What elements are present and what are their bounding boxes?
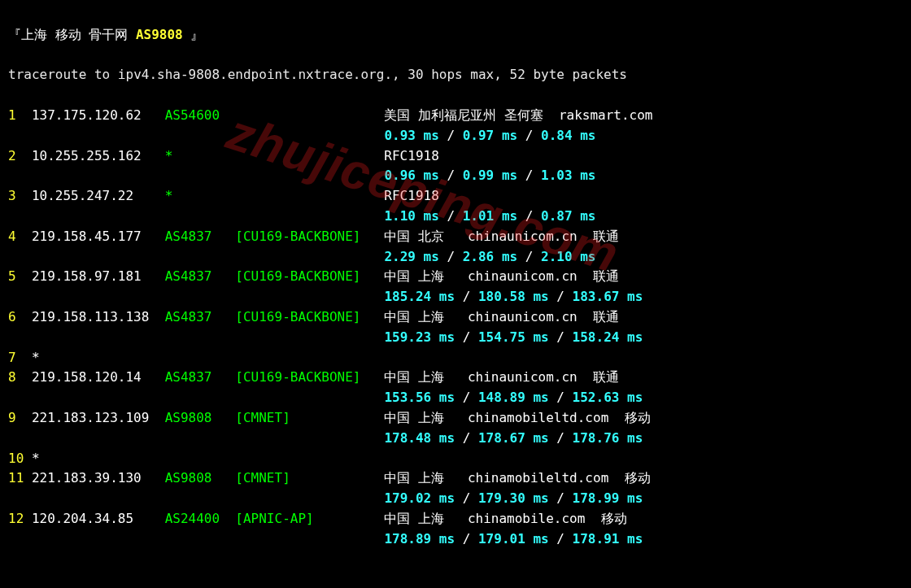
hop-rtt: 158.24 ms bbox=[573, 329, 643, 345]
hop-asn: AS4837 bbox=[165, 307, 236, 328]
hop-ip: 120.204.34.85 bbox=[32, 509, 165, 529]
hop-rtt: 159.23 ms bbox=[384, 329, 455, 345]
hop-row: 7* bbox=[8, 348, 903, 368]
hop-number: 12 bbox=[8, 509, 32, 529]
rtt-separator: / bbox=[455, 289, 478, 304]
title-asn: AS9808 bbox=[136, 27, 183, 42]
rtt-separator: / bbox=[549, 289, 573, 304]
hop-rtt-row: 0.93 ms / 0.97 ms / 0.84 ms bbox=[8, 126, 903, 146]
rtt-separator: / bbox=[549, 490, 573, 506]
rtt-separator: / bbox=[517, 208, 541, 224]
hop-number: 4 bbox=[8, 227, 32, 247]
hop-asn: * bbox=[165, 186, 236, 207]
hop-number: 9 bbox=[8, 408, 32, 429]
hop-number: 3 bbox=[8, 186, 32, 207]
hop-rtt: 179.02 ms bbox=[384, 490, 455, 506]
hop-asn: AS4837 bbox=[165, 267, 236, 287]
hop-timeout: * bbox=[32, 350, 40, 365]
hop-asn: AS4837 bbox=[165, 368, 236, 388]
hop-number: 10 bbox=[8, 449, 32, 469]
hop-rtt: 152.63 ms bbox=[573, 390, 643, 405]
hop-rtt: 180.58 ms bbox=[478, 289, 549, 304]
hop-rtt-row: 178.89 ms / 179.01 ms / 178.91 ms bbox=[8, 529, 903, 550]
hop-rtt: 179.01 ms bbox=[478, 531, 549, 547]
hop-rtt: 0.93 ms bbox=[384, 128, 438, 143]
hop-rtt: 0.84 ms bbox=[541, 128, 595, 143]
hop-rtt: 183.67 ms bbox=[573, 289, 643, 304]
hop-asn: AS54600 bbox=[165, 106, 236, 126]
hop-location: 中国 北京 chinaunicom.cn 联通 bbox=[384, 229, 619, 244]
hop-rtt: 0.99 ms bbox=[463, 168, 517, 183]
hop-rtt: 178.99 ms bbox=[573, 490, 643, 506]
hop-netname: [CU169-BACKBONE] bbox=[235, 267, 384, 287]
hop-location: 中国 上海 chinaunicom.cn 联通 bbox=[384, 369, 619, 385]
hop-rtt: 178.91 ms bbox=[573, 531, 643, 547]
hop-location: RFC1918 bbox=[384, 148, 438, 163]
hop-rtt: 178.89 ms bbox=[384, 531, 455, 547]
hop-rtt: 154.75 ms bbox=[478, 329, 549, 345]
rtt-separator: / bbox=[549, 390, 573, 405]
hop-rtt-row: 2.29 ms / 2.86 ms / 2.10 ms bbox=[8, 247, 903, 268]
hop-location: 中国 上海 chinamobile.com 移动 bbox=[384, 511, 626, 526]
hop-row: 310.255.247.22*RFC1918 bbox=[8, 186, 903, 207]
rtt-separator: / bbox=[439, 168, 463, 183]
hop-ip: 219.158.120.14 bbox=[32, 368, 165, 388]
hop-row: 5219.158.97.181AS4837[CU169-BACKBONE]中国 … bbox=[8, 267, 903, 287]
hop-rtt: 178.67 ms bbox=[478, 430, 549, 446]
hop-asn: AS9808 bbox=[165, 468, 236, 489]
rtt-separator: / bbox=[549, 531, 573, 547]
hop-number: 8 bbox=[8, 368, 32, 388]
hop-rtt: 1.03 ms bbox=[541, 168, 595, 183]
hop-rtt: 179.30 ms bbox=[478, 490, 549, 506]
hop-rtt-row: 1.10 ms / 1.01 ms / 0.87 ms bbox=[8, 207, 903, 227]
hop-rtt: 178.48 ms bbox=[384, 430, 455, 446]
hop-asn: AS24400 bbox=[165, 509, 236, 529]
rtt-separator: / bbox=[455, 430, 478, 446]
hop-rtt: 1.10 ms bbox=[384, 208, 438, 224]
hop-rtt: 0.87 ms bbox=[541, 208, 595, 224]
hop-number: 1 bbox=[8, 106, 32, 126]
hop-rtt-row: 159.23 ms / 154.75 ms / 158.24 ms bbox=[8, 328, 903, 348]
hop-netname: [CMNET] bbox=[235, 468, 384, 489]
rtt-separator: / bbox=[455, 329, 478, 345]
hop-location: 中国 上海 chinaunicom.cn 联通 bbox=[384, 309, 619, 324]
rtt-separator: / bbox=[549, 329, 573, 345]
hop-asn: AS4837 bbox=[165, 227, 236, 247]
hop-ip: 10.255.247.22 bbox=[32, 186, 165, 207]
hop-ip: 221.183.39.130 bbox=[32, 468, 165, 489]
hop-netname: [CMNET] bbox=[235, 408, 384, 429]
rtt-separator: / bbox=[517, 249, 541, 264]
hop-netname: [CU169-BACKBONE] bbox=[235, 368, 384, 388]
hop-rtt-row: 178.48 ms / 178.67 ms / 178.76 ms bbox=[8, 429, 903, 449]
hop-asn: * bbox=[165, 146, 236, 167]
hop-row: 210.255.255.162*RFC1918 bbox=[8, 146, 903, 167]
rtt-separator: / bbox=[549, 430, 573, 446]
hop-rtt-row: 185.24 ms / 180.58 ms / 183.67 ms bbox=[8, 287, 903, 307]
terminal-output: 『上海 移动 骨干网 AS9808 』 traceroute to ipv4.s… bbox=[0, 0, 911, 577]
rtt-separator: / bbox=[439, 208, 463, 224]
hop-rtt: 1.01 ms bbox=[463, 208, 517, 224]
hop-location: RFC1918 bbox=[384, 188, 438, 203]
hop-number: 5 bbox=[8, 267, 32, 287]
title-prefix: 『上海 移动 骨干网 bbox=[8, 27, 136, 42]
rtt-separator: / bbox=[439, 249, 463, 264]
hop-number: 7 bbox=[8, 348, 32, 368]
title-suffix: 』 bbox=[183, 27, 204, 42]
hop-rtt: 178.76 ms bbox=[573, 430, 643, 446]
hop-rtt: 2.29 ms bbox=[384, 249, 438, 264]
hop-location: 中国 上海 chinamobileltd.com 移动 bbox=[384, 470, 650, 486]
hop-row: 1137.175.120.62AS54600美国 加利福尼亚州 圣何塞 raks… bbox=[8, 106, 903, 126]
hop-row: 6219.158.113.138AS4837[CU169-BACKBONE]中国… bbox=[8, 307, 903, 328]
hop-row: 12120.204.34.85AS24400[APNIC-AP]中国 上海 ch… bbox=[8, 509, 903, 529]
hop-location: 中国 上海 chinamobileltd.com 移动 bbox=[384, 410, 650, 425]
hop-rtt: 0.97 ms bbox=[463, 128, 517, 143]
hop-asn: AS9808 bbox=[165, 408, 236, 429]
hop-rtt: 148.89 ms bbox=[478, 390, 549, 405]
hop-row: 10* bbox=[8, 449, 903, 469]
hop-number: 11 bbox=[8, 468, 32, 489]
hop-rtt: 2.86 ms bbox=[463, 249, 517, 264]
hop-row: 4219.158.45.177AS4837[CU169-BACKBONE]中国 … bbox=[8, 227, 903, 247]
hop-ip: 137.175.120.62 bbox=[32, 106, 165, 126]
hop-number: 6 bbox=[8, 307, 32, 328]
rtt-separator: / bbox=[455, 531, 478, 547]
